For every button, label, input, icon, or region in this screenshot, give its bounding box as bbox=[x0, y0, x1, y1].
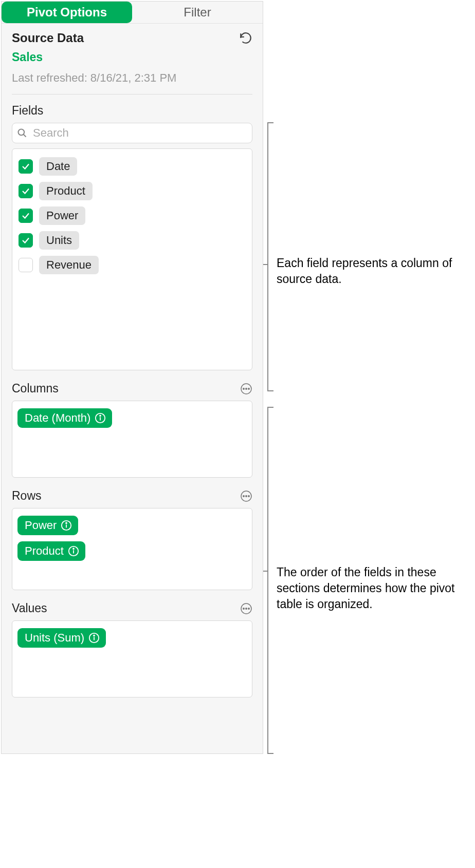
checkmark-icon bbox=[21, 236, 30, 245]
pill-label: Power bbox=[25, 519, 57, 532]
svg-point-20 bbox=[243, 608, 244, 609]
values-header: Values bbox=[12, 601, 252, 615]
svg-point-11 bbox=[246, 495, 247, 496]
field-row-units[interactable]: Units bbox=[16, 228, 248, 253]
field-label[interactable]: Power bbox=[39, 206, 85, 225]
svg-point-10 bbox=[243, 495, 244, 496]
more-icon[interactable] bbox=[240, 383, 252, 395]
svg-point-21 bbox=[246, 608, 247, 609]
field-label[interactable]: Product bbox=[39, 182, 93, 200]
tab-bar: Pivot Options Filter bbox=[2, 2, 263, 24]
svg-point-12 bbox=[248, 495, 249, 496]
field-label[interactable]: Revenue bbox=[39, 256, 99, 274]
rows-label: Rows bbox=[12, 489, 42, 503]
last-refreshed-label: Last refreshed: 8/16/21, 2:31 PM bbox=[12, 71, 252, 85]
callout-bracket-fields bbox=[267, 122, 268, 391]
more-icon[interactable] bbox=[240, 602, 252, 615]
callout-sections: The order of the fields in these section… bbox=[277, 564, 472, 612]
values-drop-zone[interactable]: Units (Sum) bbox=[12, 620, 252, 697]
fields-label: Fields bbox=[12, 104, 252, 118]
svg-point-3 bbox=[243, 388, 244, 389]
source-data-section: Source Data Sales Last refreshed: 8/16/2… bbox=[2, 24, 263, 85]
info-icon[interactable] bbox=[68, 545, 79, 557]
columns-label: Columns bbox=[12, 382, 59, 395]
pill-label: Units (Sum) bbox=[25, 631, 84, 645]
svg-point-4 bbox=[246, 388, 247, 389]
search-icon bbox=[17, 128, 27, 138]
checkmark-icon bbox=[21, 211, 30, 220]
source-data-title: Source Data bbox=[12, 31, 84, 45]
info-icon[interactable] bbox=[61, 520, 72, 531]
svg-point-8 bbox=[100, 416, 101, 417]
tab-pivot-options[interactable]: Pivot Options bbox=[2, 2, 132, 23]
svg-point-18 bbox=[73, 549, 74, 550]
values-label: Values bbox=[12, 601, 47, 615]
callout-bracket-sections bbox=[267, 407, 268, 754]
field-row-date[interactable]: Date bbox=[16, 154, 248, 179]
svg-point-22 bbox=[248, 608, 249, 609]
callout-fields: Each field represents a column of source… bbox=[277, 255, 472, 287]
pill-label: Date (Month) bbox=[25, 411, 90, 425]
row-pill-product[interactable]: Product bbox=[17, 541, 85, 561]
info-icon[interactable] bbox=[95, 412, 106, 424]
field-label[interactable]: Date bbox=[39, 157, 77, 176]
checkbox-date[interactable] bbox=[19, 159, 33, 174]
pivot-panel: Pivot Options Filter Source Data Sales L… bbox=[1, 1, 263, 754]
tab-filter[interactable]: Filter bbox=[132, 2, 263, 23]
checkbox-units[interactable] bbox=[19, 233, 33, 248]
svg-point-25 bbox=[94, 635, 95, 636]
row-pill-power[interactable]: Power bbox=[17, 516, 78, 535]
checkbox-power[interactable] bbox=[19, 209, 33, 223]
column-pill-date-month[interactable]: Date (Month) bbox=[17, 408, 112, 428]
checkmark-icon bbox=[21, 186, 30, 196]
search-wrap bbox=[12, 123, 252, 143]
svg-line-1 bbox=[24, 135, 26, 137]
rows-header: Rows bbox=[12, 489, 252, 503]
checkbox-revenue[interactable] bbox=[19, 258, 33, 272]
info-icon[interactable] bbox=[88, 632, 100, 644]
divider bbox=[12, 94, 252, 95]
svg-point-0 bbox=[19, 129, 25, 136]
svg-point-15 bbox=[66, 523, 67, 524]
value-pill-units-sum[interactable]: Units (Sum) bbox=[17, 628, 106, 648]
rows-drop-zone[interactable]: Power Product bbox=[12, 508, 252, 590]
field-row-revenue[interactable]: Revenue bbox=[16, 253, 248, 277]
fields-list: Date Product Power Units bbox=[12, 148, 252, 370]
columns-drop-zone[interactable]: Date (Month) bbox=[12, 401, 252, 478]
field-row-power[interactable]: Power bbox=[16, 203, 248, 228]
pill-label: Product bbox=[25, 544, 64, 558]
svg-point-5 bbox=[248, 388, 249, 389]
source-table-name: Sales bbox=[12, 50, 252, 64]
checkbox-product[interactable] bbox=[19, 184, 33, 198]
search-input[interactable] bbox=[12, 123, 252, 143]
refresh-icon[interactable] bbox=[239, 31, 252, 45]
columns-header: Columns bbox=[12, 382, 252, 395]
field-row-product[interactable]: Product bbox=[16, 179, 248, 203]
checkmark-icon bbox=[21, 162, 30, 171]
more-icon[interactable] bbox=[240, 490, 252, 502]
field-label[interactable]: Units bbox=[39, 231, 79, 250]
